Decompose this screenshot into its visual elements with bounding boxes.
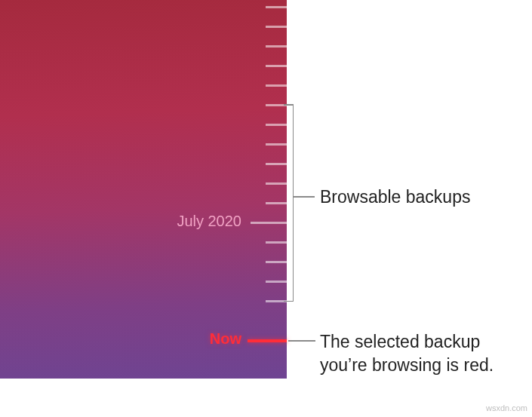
timeline-tick[interactable] [266, 261, 287, 263]
selected-annotation-line1: The selected backup [320, 332, 480, 351]
timeline-tick[interactable] [266, 84, 287, 87]
timeline-tick[interactable] [266, 241, 287, 244]
timeline-now-label: Now [210, 330, 241, 348]
timeline-tick-now[interactable] [248, 339, 287, 342]
watermark: wsxdn.com [486, 403, 527, 412]
browsable-annotation: Browsable backups [320, 186, 470, 209]
selected-annotation: The selected backup you’re browsing is r… [320, 330, 494, 377]
timeline-tick[interactable] [266, 124, 287, 126]
timeline-tick[interactable] [266, 281, 287, 283]
timeline-tick[interactable] [266, 143, 287, 146]
timeline-tick[interactable] [266, 202, 287, 204]
selected-leader [288, 340, 315, 342]
timeline-tick-major[interactable] [251, 222, 287, 224]
timeline-date-label: July 2020 [177, 213, 241, 230]
selected-annotation-line2: you’re browsing is red. [320, 355, 494, 375]
browsable-bracket [293, 104, 294, 302]
timeline-tick[interactable] [266, 65, 287, 67]
timeline-tick[interactable] [266, 26, 287, 28]
timeline-tick[interactable] [266, 182, 287, 185]
timeline-tick[interactable] [266, 163, 287, 165]
timeline-panel[interactable]: July 2020Now [0, 0, 287, 379]
timeline-tick[interactable] [266, 45, 287, 48]
browsable-leader [294, 196, 315, 198]
timeline-tick[interactable] [266, 6, 287, 8]
